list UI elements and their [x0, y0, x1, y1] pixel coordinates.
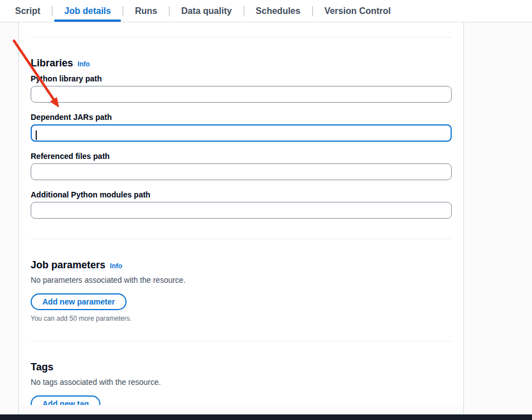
content-column: Libraries Info Python library path Depen…	[19, 22, 463, 414]
referenced-files-path-field	[31, 163, 452, 180]
tab-data-quality[interactable]: Data quality	[170, 0, 244, 22]
left-gutter	[0, 22, 19, 414]
text-cursor	[36, 131, 37, 140]
window-bottom-bar	[0, 414, 532, 420]
libraries-section-heading: Libraries Info	[31, 57, 452, 69]
tab-bar: Script Job details Runs Data quality Sch…	[0, 0, 532, 22]
job-parameters-section-heading: Job parameters Info	[31, 259, 452, 271]
python-library-path-input[interactable]	[31, 86, 452, 103]
job-details-panel: Libraries Info Python library path Depen…	[19, 22, 463, 405]
main-area: Libraries Info Python library path Depen…	[0, 22, 532, 414]
additional-python-modules-path-field	[31, 202, 452, 219]
tab-script[interactable]: Script	[3, 0, 52, 22]
tab-runs[interactable]: Runs	[123, 0, 169, 22]
tab-schedules[interactable]: Schedules	[244, 0, 312, 22]
tags-title: Tags	[31, 361, 54, 373]
job-parameters-helper-text: You can add 50 more parameters.	[31, 315, 452, 322]
panel-filler	[19, 405, 463, 414]
dependent-jars-path-label: Dependent JARs path	[31, 112, 452, 122]
job-parameters-title: Job parameters	[31, 259, 105, 271]
libraries-title: Libraries	[31, 57, 73, 69]
python-library-path-label: Python library path	[31, 74, 452, 84]
libraries-info-link[interactable]: Info	[78, 60, 90, 68]
job-parameters-empty-message: No parameters associated with the resour…	[31, 274, 452, 286]
additional-python-modules-path-label: Additional Python modules path	[31, 190, 452, 200]
section-divider	[31, 239, 452, 239]
right-gutter	[463, 22, 532, 414]
section-divider	[31, 37, 452, 37]
tags-section-heading: Tags	[31, 361, 452, 373]
add-new-parameter-button[interactable]: Add new parameter	[31, 293, 127, 310]
python-library-path-field	[31, 86, 452, 103]
referenced-files-path-input[interactable]	[31, 163, 452, 180]
job-parameters-info-link[interactable]: Info	[110, 262, 122, 270]
additional-python-modules-path-input[interactable]	[31, 202, 452, 219]
tab-job-details[interactable]: Job details	[52, 0, 123, 22]
dependent-jars-path-field	[31, 124, 452, 142]
section-divider	[31, 341, 452, 341]
tab-version-control[interactable]: Version Control	[313, 0, 403, 22]
dependent-jars-path-input[interactable]	[31, 124, 452, 142]
referenced-files-path-label: Referenced files path	[31, 151, 452, 161]
tags-empty-message: No tags associated with the resource.	[31, 376, 452, 388]
